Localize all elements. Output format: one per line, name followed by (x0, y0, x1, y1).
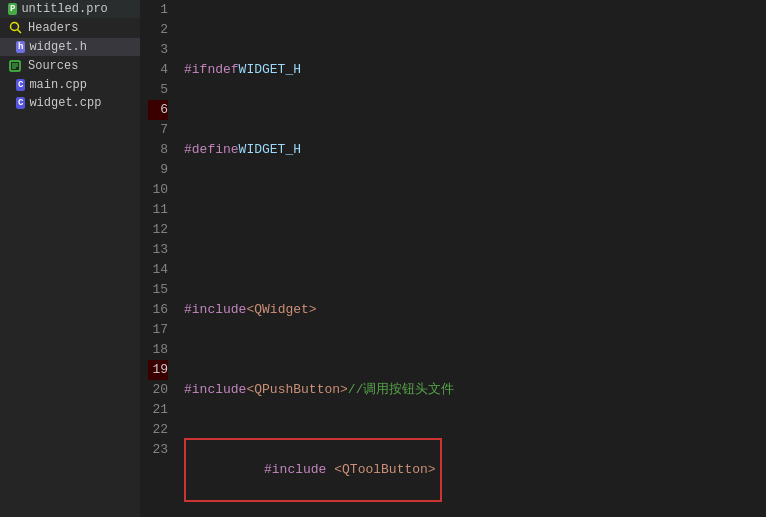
code-line-3 (184, 220, 766, 240)
project-file-icon: P (8, 3, 17, 15)
sidebar-item-label: untitled.pro (21, 2, 107, 16)
sidebar: P untitled.pro Headers h widget.h Source… (0, 0, 140, 517)
code-line-4: #include <QWidget> (184, 300, 766, 320)
sidebar-item-label: Sources (28, 59, 78, 73)
svg-line-1 (18, 30, 22, 34)
editor: 1 2 3 4 5 6 7 8 9 10 11 12 13 14 15 16 1… (140, 0, 766, 517)
code-area[interactable]: 1 2 3 4 5 6 7 8 9 10 11 12 13 14 15 16 1… (140, 0, 766, 517)
sidebar-item-label: widget.cpp (29, 96, 101, 110)
sidebar-item-label: Headers (28, 21, 78, 35)
code-line-6: #include <QToolButton> (184, 460, 766, 480)
code-line-5: #include <QPushButton> //调用按钮头文件 (184, 380, 766, 400)
sources-icon (8, 58, 24, 74)
sidebar-item-label: widget.h (29, 40, 87, 54)
sidebar-item-headers[interactable]: Headers (0, 18, 140, 38)
code-line-1: #ifndef WIDGET_H (184, 60, 766, 80)
headers-icon (8, 20, 24, 36)
cpp-file-icon-2: C (16, 97, 25, 109)
sidebar-item-widget-cpp[interactable]: C widget.cpp (0, 94, 140, 112)
line-numbers: 1 2 3 4 5 6 7 8 9 10 11 12 13 14 15 16 1… (140, 0, 180, 517)
svg-point-0 (11, 23, 19, 31)
sidebar-item-project[interactable]: P untitled.pro (0, 0, 140, 18)
code-line-2: #define WIDGET_H (184, 140, 766, 160)
sidebar-item-main-cpp[interactable]: C main.cpp (0, 76, 140, 94)
code-content[interactable]: #ifndef WIDGET_H #define WIDGET_H #inclu… (180, 0, 766, 517)
h-file-icon: h (16, 41, 25, 53)
sidebar-item-widget-h[interactable]: h widget.h (0, 38, 140, 56)
sidebar-item-label: main.cpp (29, 78, 87, 92)
cpp-file-icon: C (16, 79, 25, 91)
sidebar-item-sources[interactable]: Sources (0, 56, 140, 76)
